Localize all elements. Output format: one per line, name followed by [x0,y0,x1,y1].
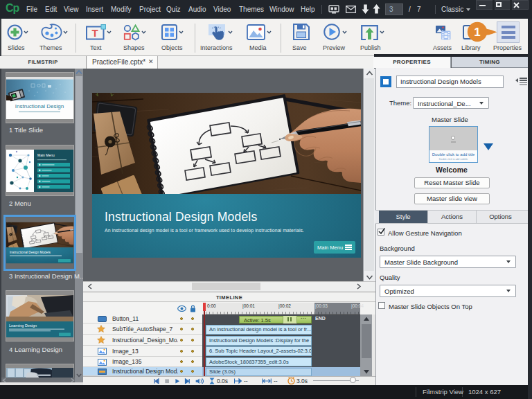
svg-text:Instructional Design: Instructional Design [15,103,64,109]
svg-text:Learning Design: Learning Design [9,323,37,328]
svg-text:1: 1 [474,26,480,39]
svg-text:Main Menu: Main Menu [37,153,55,157]
svg-text:T: T [91,27,98,39]
svg-text:Instructional Design Models: Instructional Design Models [10,251,51,254]
